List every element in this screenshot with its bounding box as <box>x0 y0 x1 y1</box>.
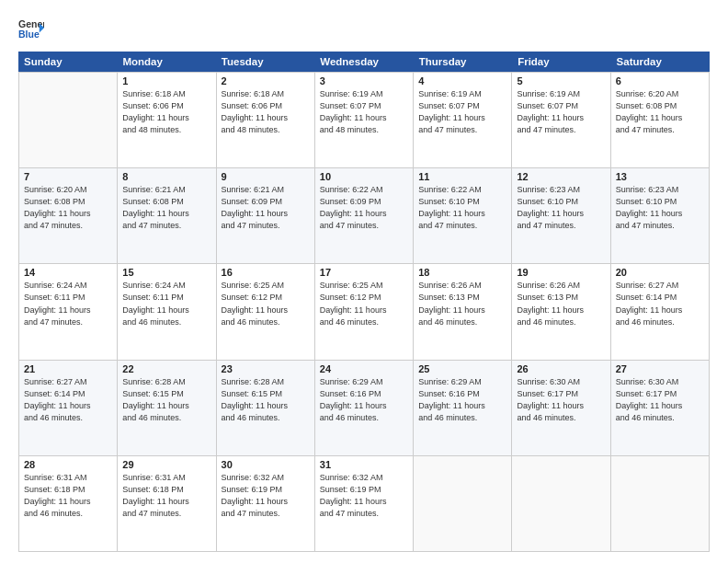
day-number: 12 <box>517 171 605 182</box>
calendar-cell: 25Sunrise: 6:29 AM Sunset: 6:16 PM Dayli… <box>414 361 512 455</box>
day-number: 22 <box>122 363 210 374</box>
day-info: Sunrise: 6:18 AM Sunset: 6:06 PM Dayligh… <box>222 88 310 136</box>
calendar-cell: 5Sunrise: 6:19 AM Sunset: 6:07 PM Daylig… <box>512 73 610 167</box>
calendar-cell: 2Sunrise: 6:18 AM Sunset: 6:06 PM Daylig… <box>217 73 315 167</box>
day-number: 27 <box>616 363 704 374</box>
calendar: SundayMondayTuesdayWednesdayThursdayFrid… <box>18 52 710 552</box>
logo: General Blue <box>18 17 44 42</box>
calendar-cell: 17Sunrise: 6:25 AM Sunset: 6:12 PM Dayli… <box>315 264 414 359</box>
day-number: 31 <box>320 459 408 470</box>
calendar-cell: 7Sunrise: 6:20 AM Sunset: 6:08 PM Daylig… <box>19 168 118 263</box>
day-info: Sunrise: 6:24 AM Sunset: 6:11 PM Dayligh… <box>24 280 112 327</box>
logo-icon: General Blue <box>18 17 44 42</box>
day-number: 13 <box>616 171 704 182</box>
calendar-cell: 9Sunrise: 6:21 AM Sunset: 6:09 PM Daylig… <box>217 168 315 263</box>
day-number: 25 <box>418 363 506 374</box>
svg-text:Blue: Blue <box>18 29 40 40</box>
calendar-cell: 23Sunrise: 6:28 AM Sunset: 6:15 PM Dayli… <box>217 361 315 455</box>
day-info: Sunrise: 6:21 AM Sunset: 6:08 PM Dayligh… <box>122 184 210 232</box>
day-number: 4 <box>418 75 506 86</box>
calendar-cell <box>512 456 610 551</box>
day-info: Sunrise: 6:29 AM Sunset: 6:16 PM Dayligh… <box>418 376 506 424</box>
page-header: General Blue <box>18 17 710 42</box>
calendar-cell <box>19 73 118 167</box>
day-info: Sunrise: 6:30 AM Sunset: 6:17 PM Dayligh… <box>517 376 605 424</box>
calendar-cell: 13Sunrise: 6:23 AM Sunset: 6:10 PM Dayli… <box>611 168 710 263</box>
calendar-row: 7Sunrise: 6:20 AM Sunset: 6:08 PM Daylig… <box>18 167 710 263</box>
day-info: Sunrise: 6:30 AM Sunset: 6:17 PM Dayligh… <box>616 376 704 424</box>
day-info: Sunrise: 6:32 AM Sunset: 6:19 PM Dayligh… <box>320 472 408 520</box>
calendar-cell: 24Sunrise: 6:29 AM Sunset: 6:16 PM Dayli… <box>315 361 414 455</box>
day-info: Sunrise: 6:21 AM Sunset: 6:09 PM Dayligh… <box>222 184 310 232</box>
day-info: Sunrise: 6:20 AM Sunset: 6:08 PM Dayligh… <box>24 184 112 232</box>
calendar-cell: 22Sunrise: 6:28 AM Sunset: 6:15 PM Dayli… <box>118 361 216 455</box>
day-number: 28 <box>24 459 112 470</box>
weekday-header: Sunday <box>18 52 117 72</box>
day-info: Sunrise: 6:25 AM Sunset: 6:12 PM Dayligh… <box>222 280 310 327</box>
calendar-cell: 21Sunrise: 6:27 AM Sunset: 6:14 PM Dayli… <box>19 361 118 455</box>
calendar-cell: 18Sunrise: 6:26 AM Sunset: 6:13 PM Dayli… <box>414 264 512 359</box>
weekday-header: Saturday <box>611 52 710 72</box>
calendar-row: 28Sunrise: 6:31 AM Sunset: 6:18 PM Dayli… <box>18 455 710 552</box>
calendar-header: SundayMondayTuesdayWednesdayThursdayFrid… <box>18 52 710 72</box>
day-number: 10 <box>320 171 408 182</box>
day-info: Sunrise: 6:24 AM Sunset: 6:11 PM Dayligh… <box>122 280 210 327</box>
calendar-cell <box>611 456 710 551</box>
day-number: 14 <box>24 267 112 278</box>
calendar-cell: 6Sunrise: 6:20 AM Sunset: 6:08 PM Daylig… <box>611 73 710 167</box>
weekday-header: Tuesday <box>216 52 314 72</box>
day-number: 7 <box>24 171 112 182</box>
calendar-cell: 1Sunrise: 6:18 AM Sunset: 6:06 PM Daylig… <box>118 73 216 167</box>
day-number: 30 <box>222 459 310 470</box>
day-number: 6 <box>616 75 704 86</box>
calendar-cell: 28Sunrise: 6:31 AM Sunset: 6:18 PM Dayli… <box>19 456 118 551</box>
day-info: Sunrise: 6:26 AM Sunset: 6:13 PM Dayligh… <box>517 280 605 327</box>
weekday-header: Monday <box>117 52 215 72</box>
calendar-body: 1Sunrise: 6:18 AM Sunset: 6:06 PM Daylig… <box>18 72 710 552</box>
day-number: 23 <box>222 363 310 374</box>
day-info: Sunrise: 6:28 AM Sunset: 6:15 PM Dayligh… <box>122 376 210 424</box>
day-info: Sunrise: 6:19 AM Sunset: 6:07 PM Dayligh… <box>418 88 506 136</box>
day-number: 17 <box>320 267 408 278</box>
day-number: 2 <box>222 75 310 86</box>
day-info: Sunrise: 6:27 AM Sunset: 6:14 PM Dayligh… <box>24 376 112 424</box>
calendar-cell: 12Sunrise: 6:23 AM Sunset: 6:10 PM Dayli… <box>512 168 610 263</box>
calendar-cell: 10Sunrise: 6:22 AM Sunset: 6:09 PM Dayli… <box>315 168 414 263</box>
day-number: 1 <box>122 75 210 86</box>
calendar-cell: 11Sunrise: 6:22 AM Sunset: 6:10 PM Dayli… <box>414 168 512 263</box>
day-info: Sunrise: 6:27 AM Sunset: 6:14 PM Dayligh… <box>616 280 704 327</box>
day-number: 16 <box>222 267 310 278</box>
day-number: 24 <box>320 363 408 374</box>
day-info: Sunrise: 6:20 AM Sunset: 6:08 PM Dayligh… <box>616 88 704 136</box>
page: General Blue SundayMondayTuesdayWednesda… <box>0 0 728 563</box>
weekday-header: Thursday <box>414 52 512 72</box>
day-number: 8 <box>122 171 210 182</box>
day-info: Sunrise: 6:19 AM Sunset: 6:07 PM Dayligh… <box>517 88 605 136</box>
calendar-cell: 27Sunrise: 6:30 AM Sunset: 6:17 PM Dayli… <box>611 361 710 455</box>
day-info: Sunrise: 6:22 AM Sunset: 6:09 PM Dayligh… <box>320 184 408 232</box>
day-number: 9 <box>222 171 310 182</box>
calendar-cell: 14Sunrise: 6:24 AM Sunset: 6:11 PM Dayli… <box>19 264 118 359</box>
weekday-header: Wednesday <box>314 52 413 72</box>
calendar-cell: 31Sunrise: 6:32 AM Sunset: 6:19 PM Dayli… <box>315 456 414 551</box>
day-info: Sunrise: 6:22 AM Sunset: 6:10 PM Dayligh… <box>418 184 506 232</box>
calendar-cell: 8Sunrise: 6:21 AM Sunset: 6:08 PM Daylig… <box>118 168 216 263</box>
calendar-cell <box>414 456 512 551</box>
calendar-row: 1Sunrise: 6:18 AM Sunset: 6:06 PM Daylig… <box>18 72 710 167</box>
day-info: Sunrise: 6:19 AM Sunset: 6:07 PM Dayligh… <box>320 88 408 136</box>
calendar-cell: 3Sunrise: 6:19 AM Sunset: 6:07 PM Daylig… <box>315 73 414 167</box>
day-number: 19 <box>517 267 605 278</box>
calendar-cell: 15Sunrise: 6:24 AM Sunset: 6:11 PM Dayli… <box>118 264 216 359</box>
day-info: Sunrise: 6:31 AM Sunset: 6:18 PM Dayligh… <box>24 472 112 520</box>
calendar-cell: 16Sunrise: 6:25 AM Sunset: 6:12 PM Dayli… <box>217 264 315 359</box>
day-info: Sunrise: 6:32 AM Sunset: 6:19 PM Dayligh… <box>222 472 310 520</box>
calendar-cell: 19Sunrise: 6:26 AM Sunset: 6:13 PM Dayli… <box>512 264 610 359</box>
day-info: Sunrise: 6:31 AM Sunset: 6:18 PM Dayligh… <box>122 472 210 520</box>
day-number: 21 <box>24 363 112 374</box>
calendar-cell: 30Sunrise: 6:32 AM Sunset: 6:19 PM Dayli… <box>217 456 315 551</box>
day-number: 5 <box>517 75 605 86</box>
day-info: Sunrise: 6:25 AM Sunset: 6:12 PM Dayligh… <box>320 280 408 327</box>
day-number: 18 <box>418 267 506 278</box>
day-number: 20 <box>616 267 704 278</box>
day-number: 11 <box>418 171 506 182</box>
